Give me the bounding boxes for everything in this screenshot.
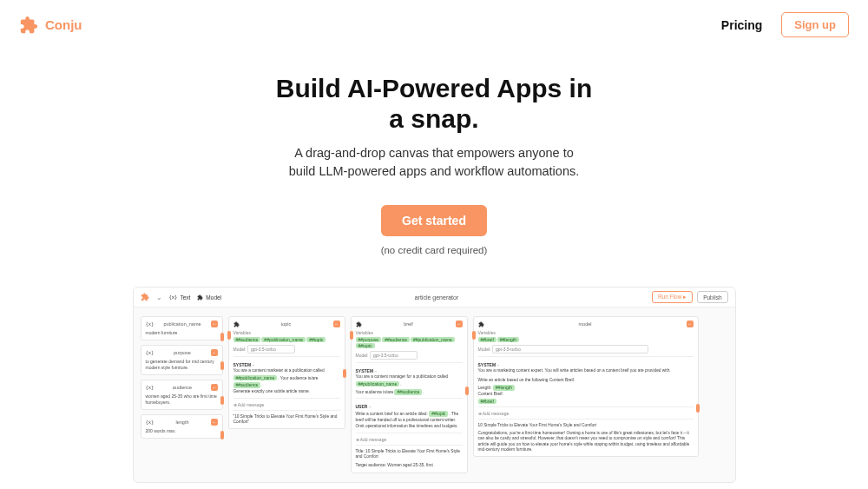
hero-title: Build AI-Powered Apps in a snap. [0,74,868,134]
add-message[interactable]: Add message [478,411,694,416]
canvas-body[interactable]: {x}publication_name− modern furniture {x… [134,307,735,482]
close-icon[interactable]: − [687,320,694,327]
text-tool[interactable]: {x}Text [169,294,191,301]
puzzle-icon [478,321,484,327]
node-model[interactable]: model− Variables ##breif##length Model: … [473,316,699,457]
publish-button[interactable]: Publish [697,291,727,303]
canvas-toolbar: ⌄ {x}Text Model article generator Run Fl… [134,287,735,307]
puzzle-icon [233,321,240,327]
chevron-down-icon[interactable]: ⌄ [156,294,162,301]
var-card-publication[interactable]: {x}publication_name− modern furniture [141,316,223,340]
add-message[interactable]: Add message [356,437,463,442]
puzzle-icon [356,321,362,327]
run-flow-button[interactable]: Run Flow ▸ [652,291,693,303]
close-icon[interactable]: − [211,384,218,391]
var-card-purpose[interactable]: {x}purpose− to generate demand for mid c… [141,345,223,375]
get-started-button[interactable]: Get started [381,205,487,236]
project-title: article generator [221,294,652,301]
close-icon[interactable]: − [211,320,218,327]
model-select[interactable]: gpt-3.5-turbo [370,351,418,360]
hero: Build AI-Powered Apps in a snap. A drag-… [0,50,868,271]
close-icon[interactable]: − [456,320,463,327]
puzzle-icon [19,16,38,35]
signup-button[interactable]: Sign up [781,12,849,37]
model-select[interactable]: gpt-3.5-turbo [247,345,295,354]
close-icon[interactable]: − [211,349,218,356]
header: Conju Pricing Sign up [0,0,868,50]
logo[interactable]: Conju [19,16,82,35]
pricing-link[interactable]: Pricing [721,18,762,32]
close-icon[interactable]: − [333,320,340,327]
canvas-preview: ⌄ {x}Text Model article generator Run Fl… [133,287,736,483]
no-credit-card-text: (no credit card required) [0,245,868,255]
node-topic[interactable]: topic− Variables ##audience##publication… [228,316,345,429]
model-select[interactable]: gpt-3.5-turbo [492,345,648,354]
var-card-length[interactable]: {x}length− 200 words max. [141,414,223,439]
node-brief[interactable]: breif− Variables ##purpose##audience##pu… [351,316,468,473]
close-icon[interactable]: − [211,419,218,426]
brand-name: Conju [45,17,82,32]
puzzle-icon [141,293,149,301]
model-tool[interactable]: Model [197,294,221,301]
add-message[interactable]: Add message [233,402,340,407]
var-card-audience[interactable]: {x}audience− women aged 25-35 who are fi… [141,380,223,410]
nav-right: Pricing Sign up [721,12,849,37]
hero-subtitle: A drag-and-drop canvas that empowers any… [0,144,868,181]
